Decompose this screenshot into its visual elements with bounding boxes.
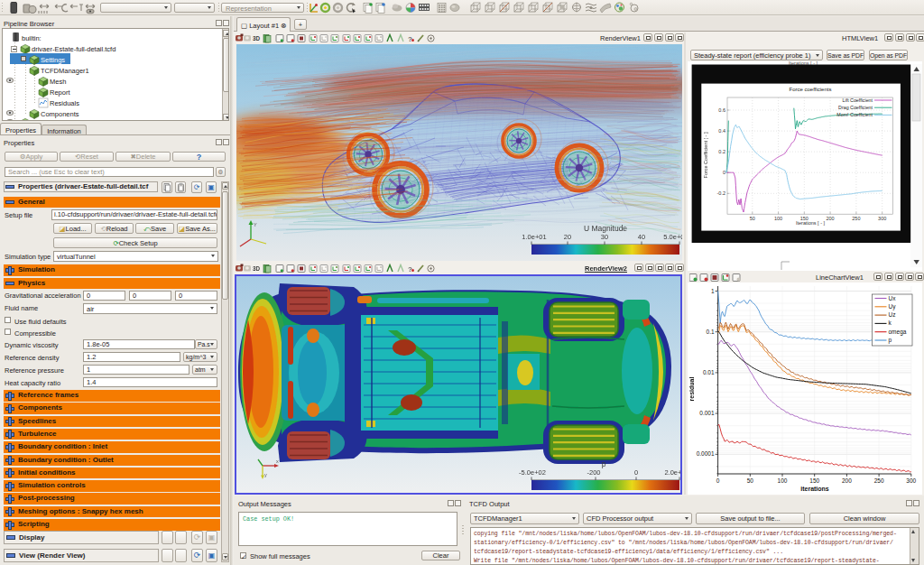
svg-text:0.2: 0.2 xyxy=(718,149,725,154)
svg-text:Uy: Uy xyxy=(889,303,897,310)
svg-text:omega: omega xyxy=(889,329,907,336)
svg-text:residual: residual xyxy=(688,377,695,402)
svg-text:Force Coefficient [ - ]: Force Coefficient [ - ] xyxy=(703,132,708,178)
svg-text:-5.0e+02: -5.0e+02 xyxy=(519,468,546,477)
svg-text:3D: 3D xyxy=(253,265,260,272)
svg-text:?: ? xyxy=(408,265,412,273)
svg-text:200: 200 xyxy=(827,216,835,221)
svg-text:U Magnitude: U Magnitude xyxy=(584,224,627,233)
svg-text:0.0001: 0.0001 xyxy=(697,450,715,457)
svg-text:0: 0 xyxy=(634,468,638,477)
svg-text:-0.2: -0.2 xyxy=(717,190,725,196)
svg-text:100: 100 xyxy=(774,216,782,221)
svg-text:30: 30 xyxy=(601,233,608,241)
svg-text:Y: Y xyxy=(254,222,257,227)
svg-text:-200: -200 xyxy=(587,468,600,477)
svg-text:Iterations [ - ]: Iterations [ - ] xyxy=(796,220,826,226)
svg-text:Ux: Ux xyxy=(889,295,897,301)
svg-text:50: 50 xyxy=(747,477,754,484)
svg-text:100: 100 xyxy=(778,477,788,484)
svg-text:3D: 3D xyxy=(253,35,260,42)
svg-text:300: 300 xyxy=(878,216,886,221)
svg-text:0.001: 0.001 xyxy=(699,410,715,416)
svg-text:Mom! Coefficient: Mom! Coefficient xyxy=(836,112,873,117)
svg-text:1: 1 xyxy=(711,288,715,294)
svg-text:1.0e+01: 1.0e+01 xyxy=(522,233,546,241)
svg-text:300: 300 xyxy=(906,477,916,484)
svg-text:5.0e+01: 5.0e+01 xyxy=(663,233,682,241)
svg-text:Force coefficients: Force coefficients xyxy=(790,87,832,92)
svg-text:Lift Coefficient: Lift Coefficient xyxy=(843,97,873,103)
svg-text:20: 20 xyxy=(564,233,571,241)
svg-text:2.0e+0: 2.0e+0 xyxy=(664,468,680,477)
svg-text:p: p xyxy=(889,337,892,344)
svg-text:Drag Coefficient: Drag Coefficient xyxy=(838,105,873,110)
svg-text:250: 250 xyxy=(852,216,860,221)
svg-text:0.01: 0.01 xyxy=(703,369,715,375)
svg-text:0: 0 xyxy=(716,477,720,484)
svg-text:250: 250 xyxy=(874,477,884,484)
svg-text:iterations: iterations xyxy=(800,486,829,492)
svg-text:Uz: Uz xyxy=(889,311,896,318)
svg-text:x: x xyxy=(276,458,279,464)
svg-text:150: 150 xyxy=(809,477,819,484)
svg-text:40: 40 xyxy=(638,233,645,241)
svg-text:200: 200 xyxy=(842,477,852,484)
svg-text:0: 0 xyxy=(723,170,725,175)
svg-text:0.1: 0.1 xyxy=(707,329,715,335)
svg-text:0.6: 0.6 xyxy=(718,107,725,113)
svg-text:?: ? xyxy=(408,35,412,43)
svg-text:y: y xyxy=(264,472,267,477)
svg-text:0.4: 0.4 xyxy=(718,128,725,134)
svg-text:p: p xyxy=(602,459,606,468)
svg-text:50: 50 xyxy=(750,216,755,221)
